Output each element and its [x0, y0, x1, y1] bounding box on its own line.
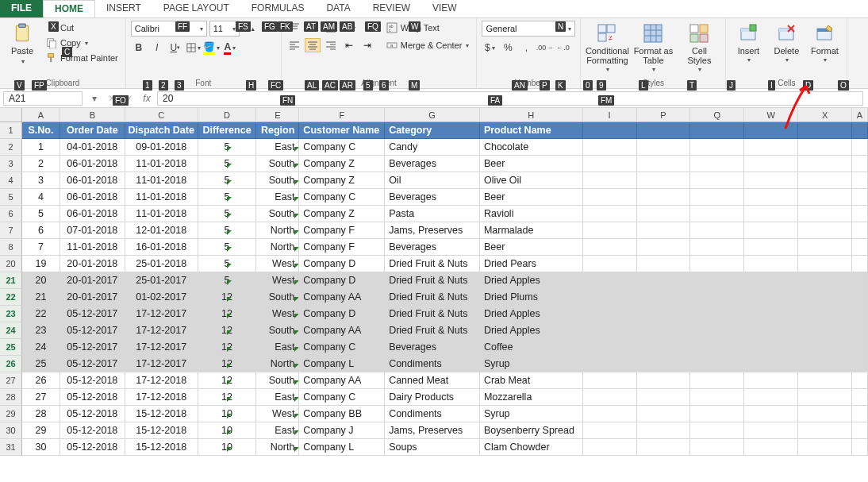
cell[interactable]	[583, 156, 637, 172]
table-row[interactable]: 2705-12-201817-12-201812EastCompany CDai…	[22, 389, 868, 406]
cell[interactable]	[690, 256, 744, 272]
cell[interactable]: 21	[22, 289, 60, 306]
cell[interactable]	[798, 206, 852, 222]
cell[interactable]: East	[256, 389, 299, 406]
cell[interactable]: 11-01-2018	[60, 239, 125, 256]
cell[interactable]: Company C	[299, 339, 385, 356]
row-header[interactable]: 5	[0, 189, 22, 206]
cell[interactable]: 26	[22, 372, 60, 389]
cell[interactable]: 06-01-2018	[60, 156, 125, 172]
cell[interactable]: 17-12-2017	[125, 339, 198, 356]
table-row[interactable]: 607-01-201812-01-20185NorthCompany FJams…	[22, 222, 868, 239]
cell[interactable]: 17-12-2017	[125, 322, 198, 339]
cell[interactable]: Dried Apples	[480, 272, 583, 289]
cell[interactable]: 12	[198, 356, 257, 372]
tab-review[interactable]: REVIEW	[362, 0, 421, 17]
format-as-table-button[interactable]: Format as Table	[632, 21, 674, 76]
cell[interactable]: 19	[22, 256, 60, 272]
cell[interactable]	[852, 222, 868, 239]
cell[interactable]: 5	[198, 189, 257, 206]
cell[interactable]: South	[256, 289, 299, 306]
cell[interactable]: Dried Pears	[480, 256, 583, 272]
cell[interactable]: Company Z	[299, 206, 385, 222]
table-row[interactable]: 2305-12-201717-12-201712SouthCompany AAD…	[22, 322, 868, 339]
cell[interactable]: 5	[198, 239, 257, 256]
cell[interactable]: 20-01-2017	[60, 272, 125, 289]
cell[interactable]	[744, 256, 798, 272]
cell[interactable]: 17-12-2017	[125, 356, 198, 372]
cell[interactable]: 22	[22, 306, 60, 322]
formula-input[interactable]: 20	[157, 91, 863, 106]
cell[interactable]	[744, 439, 798, 456]
cell[interactable]: 04-01-2018	[60, 139, 125, 156]
cell[interactable]	[637, 406, 691, 422]
font-name-combobox[interactable]: Calibri	[131, 21, 207, 37]
table-row[interactable]: 1920-01-201825-01-20185WestCompany DDrie…	[22, 256, 868, 272]
copy-button[interactable]: Copy	[43, 36, 121, 50]
cell[interactable]	[637, 322, 691, 339]
cell[interactable]	[690, 406, 744, 422]
cell[interactable]	[637, 422, 691, 439]
table-row[interactable]: 2020-01-201725-01-20175WestCompany DDrie…	[22, 272, 868, 289]
conditional-formatting-button[interactable]: ≠ Conditional Formatting	[586, 21, 628, 76]
insert-cells-button[interactable]: Insert	[731, 21, 766, 67]
cell[interactable]	[744, 239, 798, 256]
table-row[interactable]: 2905-12-201815-12-201810EastCompany JJam…	[22, 422, 868, 439]
cell[interactable]: Region	[256, 122, 299, 139]
cell[interactable]: Dispatch Date	[125, 122, 198, 139]
tab-home[interactable]: HOME	[43, 0, 95, 17]
cell[interactable]	[583, 172, 637, 189]
cell[interactable]: Candy	[385, 139, 480, 156]
cell[interactable]	[744, 172, 798, 189]
cell[interactable]	[690, 356, 744, 372]
cell[interactable]: South	[256, 206, 299, 222]
cell[interactable]: 12	[198, 306, 257, 322]
row-header[interactable]: 30	[0, 422, 22, 439]
format-cells-button[interactable]: Format	[807, 21, 842, 67]
cell[interactable]: Dried Apples	[480, 322, 583, 339]
cell[interactable]	[690, 139, 744, 156]
column-header[interactable]: P	[637, 108, 691, 122]
cell[interactable]	[583, 422, 637, 439]
grid-body[interactable]: S.No.Order DateDispatch DateDifferenceRe…	[22, 122, 868, 456]
delete-cells-button[interactable]: Delete	[769, 21, 804, 67]
cell[interactable]	[798, 356, 852, 372]
cell[interactable]	[744, 372, 798, 389]
cell[interactable]: Company AA	[299, 372, 385, 389]
cell[interactable]	[690, 222, 744, 239]
cell[interactable]	[798, 322, 852, 339]
cell[interactable]	[852, 139, 868, 156]
cell[interactable]	[798, 389, 852, 406]
cell[interactable]	[852, 306, 868, 322]
cell[interactable]	[798, 289, 852, 306]
cell[interactable]: 17-12-2017	[125, 306, 198, 322]
cell[interactable]	[690, 372, 744, 389]
cell[interactable]: 11-01-2018	[125, 172, 198, 189]
cell[interactable]	[798, 306, 852, 322]
cell[interactable]: Mozzarella	[480, 389, 583, 406]
table-row[interactable]: 2605-12-201817-12-201812SouthCompany AAC…	[22, 372, 868, 389]
column-header[interactable]: H	[480, 108, 583, 122]
format-painter-button[interactable]: Format Painter	[43, 51, 121, 65]
cell[interactable]: Company F	[299, 222, 385, 239]
row-header[interactable]: 24	[0, 322, 22, 339]
cell[interactable]: Company C	[299, 389, 385, 406]
decrease-indent-button[interactable]: ⇤	[341, 38, 357, 52]
cell[interactable]: Boysenberry Spread	[480, 422, 583, 439]
cell[interactable]: Company F	[299, 239, 385, 256]
italic-button[interactable]: I	[149, 40, 165, 56]
cell[interactable]: Company C	[299, 139, 385, 156]
fill-color-button[interactable]: 🪣	[204, 40, 220, 56]
cell[interactable]: West	[256, 406, 299, 422]
cell[interactable]: Pasta	[385, 206, 480, 222]
cell[interactable]	[637, 289, 691, 306]
cell[interactable]: 15-12-2018	[125, 406, 198, 422]
tab-view[interactable]: VIEW	[421, 0, 468, 17]
cell[interactable]	[583, 306, 637, 322]
cell[interactable]: 29	[22, 422, 60, 439]
cell[interactable]: Oil	[385, 172, 480, 189]
cell[interactable]: 12	[198, 389, 257, 406]
cell[interactable]: 20-01-2017	[60, 289, 125, 306]
cell[interactable]: Company AA	[299, 289, 385, 306]
bold-button[interactable]: B	[131, 40, 147, 56]
